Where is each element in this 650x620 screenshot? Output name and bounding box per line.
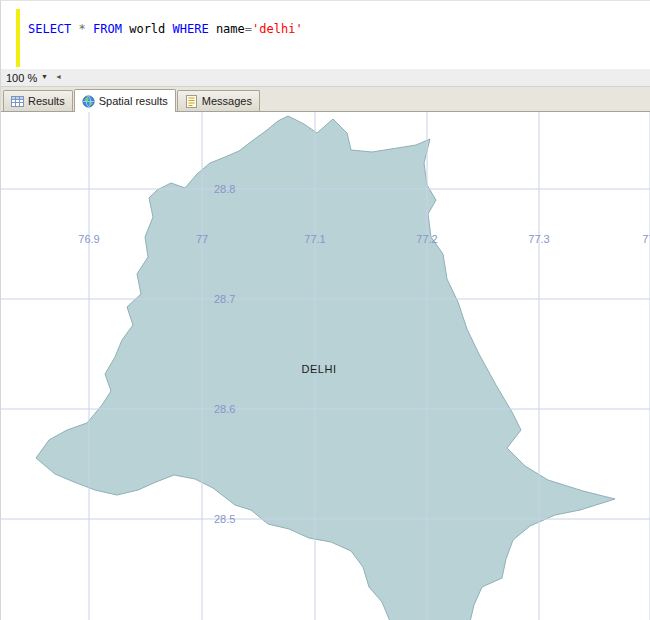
sql-query-text: SELECT * FROM world WHERE name='delhi': [28, 22, 303, 36]
tab-label: Messages: [202, 95, 252, 107]
spatial-results-panel[interactable]: 76.97777.177.277.377.28.828.728.628.5DEL…: [1, 111, 650, 620]
message-icon: [185, 95, 198, 108]
latitude-tick-label: 28.7: [214, 293, 235, 305]
latitude-tick-label: 28.5: [214, 513, 235, 525]
results-tab-strip: ResultsSpatial resultsMessages: [1, 87, 650, 111]
tab-results[interactable]: Results: [3, 90, 73, 111]
tab-messages[interactable]: Messages: [177, 90, 260, 111]
longitude-tick-label: 77.3: [528, 233, 549, 245]
globe-icon: [82, 95, 95, 108]
query-results-window: SELECT * FROM world WHERE name='delhi' 1…: [0, 0, 650, 620]
latitude-tick-label: 28.8: [214, 183, 235, 195]
tab-label: Spatial results: [99, 95, 168, 107]
zoom-level: 100 %: [6, 72, 37, 84]
query-editor[interactable]: SELECT * FROM world WHERE name='delhi': [1, 1, 650, 69]
chevron-down-icon[interactable]: ▼: [41, 73, 48, 80]
latitude-tick-label: 28.6: [214, 403, 235, 415]
region-name-label: DELHI: [302, 363, 337, 375]
spatial-map[interactable]: 76.97777.177.277.377.28.828.728.628.5DEL…: [1, 112, 650, 620]
longitude-tick-label: 77.1: [304, 233, 325, 245]
longitude-tick-label: 77.2: [416, 233, 437, 245]
longitude-tick-label: 77.: [642, 233, 650, 245]
grid-icon: [11, 95, 24, 108]
collapse-left-icon[interactable]: ◄: [55, 73, 62, 80]
longitude-tick-label: 76.9: [78, 233, 99, 245]
zoom-toolbar: 100 % ▼ ◄: [1, 69, 650, 87]
tab-spatial-results[interactable]: Spatial results: [74, 89, 176, 112]
tab-label: Results: [28, 95, 65, 107]
longitude-tick-label: 77: [196, 233, 208, 245]
change-tracking-bar: [16, 9, 20, 67]
